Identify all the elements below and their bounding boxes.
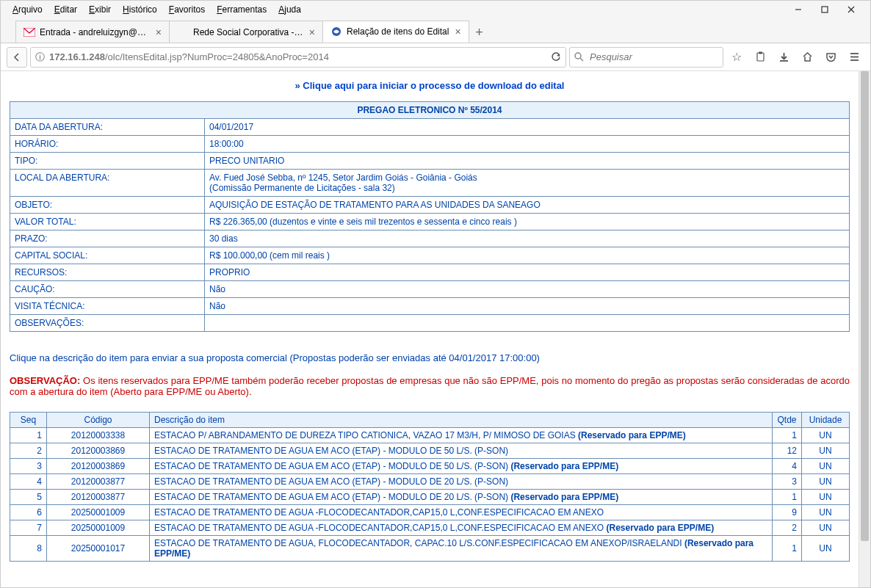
item-row: 120120003338ESTACAO P/ ABRANDAMENTO DE D… bbox=[10, 428, 850, 443]
menu-editar[interactable]: Editar bbox=[48, 3, 83, 16]
url-bar[interactable]: ⓘ 172.16.1.248/olc/ItensEdital.jsp?NumPr… bbox=[30, 47, 566, 68]
col-code: Código bbox=[47, 413, 150, 428]
site-info-icon[interactable]: ⓘ bbox=[35, 51, 45, 64]
item-description-link[interactable]: ESTACAO DE TRATAMENTO DE AGUA EM ACO (ET… bbox=[150, 490, 773, 505]
scrollbar-thumb[interactable] bbox=[861, 71, 869, 541]
obs-text: Os itens reservados para EPP/ME também p… bbox=[10, 375, 850, 397]
tab-gmail[interactable]: Entrada - andreluizgyn@g… × bbox=[15, 21, 170, 43]
svg-point-6 bbox=[575, 53, 581, 59]
info-row: OBJETO:AQUISIÇÃO DE ESTAÇÃO DE TRATAMENT… bbox=[10, 197, 850, 214]
viewport: » Clique aqui para iniciar o processo de… bbox=[1, 71, 870, 587]
info-row: RECURSOS:PROPRIO bbox=[10, 264, 850, 281]
menu-favoritos[interactable]: Favoritos bbox=[163, 3, 211, 16]
clipboard-icon bbox=[755, 51, 766, 62]
item-qty: 1 bbox=[773, 490, 802, 505]
menu-exibir[interactable]: Exibir bbox=[83, 3, 117, 16]
info-value: Av. Fued José Sebba, nº 1245, Setor Jard… bbox=[205, 170, 850, 197]
item-code: 20120003869 bbox=[47, 459, 150, 474]
process-header: PREGAO ELETRONICO Nº 55/2014 bbox=[10, 102, 850, 119]
info-value: PRECO UNITARIO bbox=[205, 153, 850, 170]
info-row: CAPITAL SOCIAL:R$ 100.000,00 (cem mil re… bbox=[10, 247, 850, 264]
info-label: TIPO: bbox=[10, 153, 205, 170]
item-code: 20250001009 bbox=[47, 505, 150, 520]
download-edital-link[interactable]: » Clique aqui para iniciar o processo de… bbox=[10, 76, 850, 101]
library-button[interactable] bbox=[750, 47, 770, 68]
window-maximize-button[interactable] bbox=[812, 2, 838, 17]
maximize-icon bbox=[821, 6, 828, 13]
tab-redesocial[interactable]: Rede Social Corporativa - Sane… × bbox=[169, 21, 323, 43]
item-description-link[interactable]: ESTACAO P/ ABRANDAMENTO DE DUREZA TIPO C… bbox=[150, 428, 773, 443]
bookmark-star-button[interactable]: ☆ bbox=[726, 47, 747, 68]
gmail-icon bbox=[24, 26, 35, 38]
tab-title: Entrada - andreluizgyn@g… bbox=[40, 27, 150, 37]
col-qty: Qtde bbox=[773, 413, 802, 428]
item-unit: UN bbox=[802, 520, 850, 536]
info-row: TIPO:PRECO UNITARIO bbox=[10, 153, 850, 170]
search-input[interactable] bbox=[588, 51, 718, 63]
col-seq: Seq bbox=[10, 413, 47, 428]
info-value: AQUISIÇÃO DE ESTAÇÃO DE TRATAMENTO PARA … bbox=[205, 197, 850, 214]
info-value bbox=[205, 315, 850, 332]
item-code: 20250001009 bbox=[47, 520, 150, 536]
window-close-button[interactable] bbox=[838, 2, 864, 17]
item-description-link[interactable]: ESTACAO DE TRATAMENTO DE AGUA EM ACO (ET… bbox=[150, 474, 773, 490]
item-row: 620250001009ESTACAO DE TRATAMENTO DE AGU… bbox=[10, 505, 850, 520]
item-description-link[interactable]: ESTACAO DE TRATAMENTO DE AGUA, FLOCODECA… bbox=[150, 536, 773, 562]
info-value: 18:00:00 bbox=[205, 136, 850, 153]
url-text: 172.16.1.248/olc/ItensEdital.jsp?NumProc… bbox=[49, 51, 329, 62]
info-row: HORÁRIO:18:00:00 bbox=[10, 136, 850, 153]
info-label: VALOR TOTAL: bbox=[10, 214, 205, 231]
info-label: DATA DA ABERTURA: bbox=[10, 119, 205, 136]
info-row: OBSERVAÇÕES: bbox=[10, 315, 850, 332]
reserved-badge: (Reservado para EPP/ME) bbox=[510, 492, 618, 502]
tab-edital[interactable]: Relação de itens do Edital × bbox=[322, 21, 469, 43]
item-row: 220120003869ESTACAO DE TRATAMENTO DE AGU… bbox=[10, 443, 850, 459]
info-label: OBSERVAÇÕES: bbox=[10, 315, 205, 332]
svg-rect-1 bbox=[822, 7, 828, 12]
item-row: 320120003869ESTACAO DE TRATAMENTO DE AGU… bbox=[10, 459, 850, 474]
item-row: 720250001009ESTACAO DE TRATAMENTO DE AGU… bbox=[10, 520, 850, 536]
home-button[interactable] bbox=[797, 47, 817, 68]
item-qty: 1 bbox=[773, 428, 802, 443]
page-content: » Clique aqui para iniciar o processo de… bbox=[1, 71, 859, 587]
proposal-deadline-note: Clique na descrição do item para enviar … bbox=[10, 352, 850, 363]
menu-historico[interactable]: Histórico bbox=[117, 3, 163, 16]
info-row: LOCAL DA ABERTURA:Av. Fued José Sebba, n… bbox=[10, 170, 850, 197]
back-button[interactable] bbox=[7, 47, 27, 68]
menu-ajuda[interactable]: Ajuda bbox=[272, 3, 307, 16]
tab-close-icon[interactable]: × bbox=[309, 26, 315, 38]
item-qty: 4 bbox=[773, 459, 802, 474]
menu-arquivo[interactable]: Arquivo bbox=[7, 3, 48, 16]
tab-close-icon[interactable]: × bbox=[156, 26, 162, 38]
window-minimize-button[interactable] bbox=[785, 2, 812, 17]
pocket-button[interactable] bbox=[820, 47, 841, 68]
new-tab-button[interactable]: + bbox=[469, 22, 491, 43]
tab-close-icon[interactable]: × bbox=[455, 26, 460, 37]
item-unit: UN bbox=[802, 505, 850, 520]
item-qty: 9 bbox=[773, 505, 802, 520]
menu-button[interactable] bbox=[844, 47, 864, 68]
item-description-link[interactable]: ESTACAO DE TRATAMENTO DE AGUA EM ACO (ET… bbox=[150, 459, 773, 474]
item-unit: UN bbox=[802, 428, 850, 443]
item-description-link[interactable]: ESTACAO DE TRATAMENTO DE AGUA EM ACO (ET… bbox=[150, 443, 773, 459]
item-code: 20120003877 bbox=[47, 474, 150, 490]
info-label: VISITA TÉCNICA: bbox=[10, 298, 205, 315]
items-table: Seq Código Descrição do item Qtde Unidad… bbox=[10, 412, 850, 562]
search-box[interactable] bbox=[569, 47, 723, 68]
vertical-scrollbar[interactable] bbox=[859, 71, 870, 587]
menu-ferramentas[interactable]: Ferramentas bbox=[211, 3, 272, 16]
item-description-link[interactable]: ESTACAO DE TRATAMENTO DE AGUA -FLOCODECA… bbox=[150, 520, 773, 536]
item-row: 820250001017ESTACAO DE TRATAMENTO DE AGU… bbox=[10, 536, 850, 562]
generic-page-icon bbox=[177, 26, 189, 38]
info-label: OBJETO: bbox=[10, 197, 205, 214]
process-info-table: PREGAO ELETRONICO Nº 55/2014 DATA DA ABE… bbox=[10, 101, 850, 332]
reload-button[interactable] bbox=[551, 52, 561, 62]
item-description-link[interactable]: ESTACAO DE TRATAMENTO DE AGUA -FLOCODECA… bbox=[150, 505, 773, 520]
item-code: 20120003869 bbox=[47, 443, 150, 459]
item-seq: 5 bbox=[10, 490, 47, 505]
info-value: 04/01/2017 bbox=[205, 119, 850, 136]
search-icon bbox=[574, 52, 584, 62]
app-favicon-icon bbox=[330, 26, 342, 37]
info-value: PROPRIO bbox=[205, 264, 850, 281]
downloads-button[interactable] bbox=[773, 47, 794, 68]
